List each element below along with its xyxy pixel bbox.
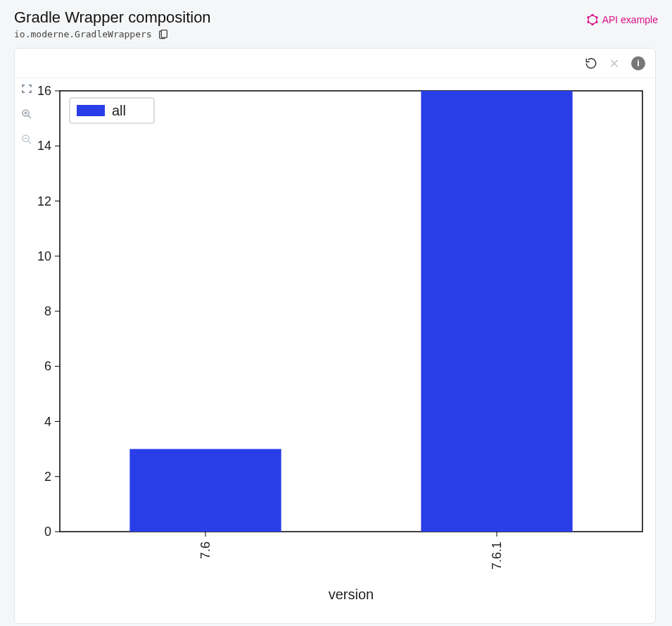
svg-point-4 (596, 21, 597, 23)
bar (421, 91, 572, 532)
y-tick-label: 4 (44, 415, 51, 429)
info-icon[interactable]: i (631, 56, 645, 70)
api-example-label: API example (602, 14, 658, 25)
svg-rect-0 (161, 30, 167, 38)
chart-container: 02468101214167.67.6.1versionall (15, 78, 655, 623)
page-subtitle: io.moderne.GradleWrappers (14, 29, 152, 39)
clipboard-icon[interactable] (158, 28, 169, 39)
y-tick-label: 0 (44, 525, 51, 539)
graphql-icon (587, 14, 598, 25)
refresh-icon[interactable] (585, 57, 597, 70)
svg-point-6 (588, 21, 589, 23)
legend-swatch (77, 105, 105, 116)
y-tick-label: 6 (44, 359, 51, 373)
y-tick-label: 14 (37, 139, 51, 153)
y-tick-label: 10 (37, 249, 51, 263)
zoom-in-icon[interactable] (20, 108, 33, 120)
card-toolbar: i (15, 49, 655, 78)
svg-point-7 (588, 17, 589, 18)
x-tick-label: 7.6 (198, 542, 213, 559)
chart-card: i 02468101214167.67.6.1vers (14, 48, 656, 624)
x-axis-label: version (329, 587, 374, 602)
svg-line-11 (28, 115, 31, 118)
header-row: Gradle Wrapper composition io.moderne.Gr… (14, 8, 658, 39)
title-block: Gradle Wrapper composition io.moderne.Gr… (14, 8, 211, 39)
x-tick-label: 7.6.1 (490, 542, 504, 570)
y-tick-label: 16 (37, 85, 51, 98)
y-tick-label: 2 (44, 470, 51, 484)
y-tick-label: 8 (44, 304, 51, 318)
bar (129, 449, 281, 532)
close-icon (609, 58, 620, 69)
fit-icon[interactable] (20, 82, 33, 95)
chart-side-tools (20, 82, 33, 146)
bar-chart: 02468101214167.67.6.1versionall (20, 85, 649, 618)
svg-point-5 (592, 24, 593, 25)
y-tick-label: 12 (37, 194, 51, 208)
svg-marker-1 (588, 15, 597, 24)
api-example-link[interactable]: API example (587, 14, 658, 25)
zoom-out-icon[interactable] (20, 133, 33, 146)
legend-label: all (112, 103, 126, 118)
svg-point-2 (592, 14, 593, 15)
subtitle-row: io.moderne.GradleWrappers (14, 28, 211, 39)
page-title: Gradle Wrapper composition (14, 8, 211, 27)
svg-line-15 (28, 141, 31, 144)
svg-point-3 (596, 17, 597, 18)
